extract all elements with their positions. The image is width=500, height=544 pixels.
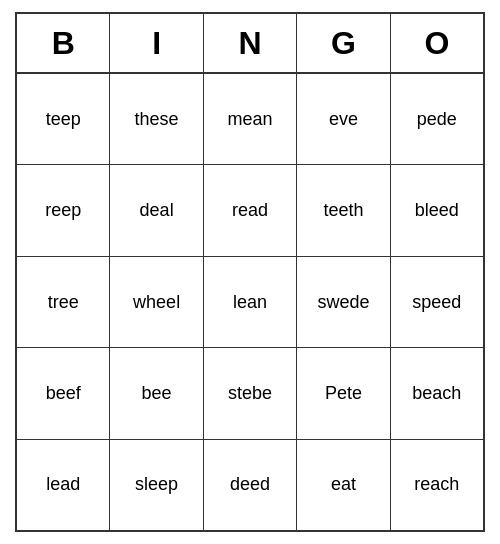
header-i: I [110, 14, 203, 72]
header-b: B [17, 14, 110, 72]
header-g: G [297, 14, 390, 72]
cell-0-4: pede [391, 74, 483, 164]
cell-4-3: eat [297, 440, 390, 530]
cell-2-1: wheel [110, 257, 203, 347]
cell-1-4: bleed [391, 165, 483, 255]
bingo-body: teep these mean eve pede reep deal read … [17, 74, 483, 530]
cell-4-2: deed [204, 440, 297, 530]
header-o: O [391, 14, 483, 72]
cell-0-1: these [110, 74, 203, 164]
cell-3-0: beef [17, 348, 110, 438]
cell-0-2: mean [204, 74, 297, 164]
header-n: N [204, 14, 297, 72]
cell-1-0: reep [17, 165, 110, 255]
cell-2-3: swede [297, 257, 390, 347]
cell-3-3: Pete [297, 348, 390, 438]
cell-4-0: lead [17, 440, 110, 530]
cell-1-3: teeth [297, 165, 390, 255]
cell-2-2: lean [204, 257, 297, 347]
cell-0-0: teep [17, 74, 110, 164]
cell-2-0: tree [17, 257, 110, 347]
bingo-row: beef bee stebe Pete beach [17, 348, 483, 439]
bingo-row: lead sleep deed eat reach [17, 440, 483, 530]
cell-4-4: reach [391, 440, 483, 530]
cell-3-2: stebe [204, 348, 297, 438]
bingo-row: tree wheel lean swede speed [17, 257, 483, 348]
bingo-card: B I N G O teep these mean eve pede reep … [15, 12, 485, 532]
cell-4-1: sleep [110, 440, 203, 530]
cell-1-2: read [204, 165, 297, 255]
cell-3-4: beach [391, 348, 483, 438]
cell-3-1: bee [110, 348, 203, 438]
bingo-row: teep these mean eve pede [17, 74, 483, 165]
bingo-header: B I N G O [17, 14, 483, 74]
cell-1-1: deal [110, 165, 203, 255]
cell-0-3: eve [297, 74, 390, 164]
bingo-row: reep deal read teeth bleed [17, 165, 483, 256]
cell-2-4: speed [391, 257, 483, 347]
